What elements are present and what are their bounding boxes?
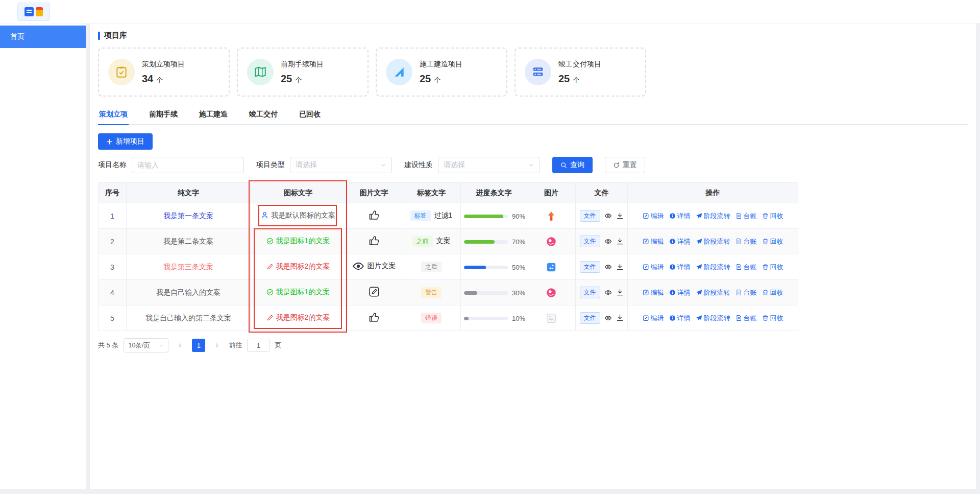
stat-label: 策划立项项目 [142, 60, 185, 69]
recycle-link[interactable]: 回收 [762, 314, 783, 323]
tab-construction[interactable]: 施工建造 [198, 106, 229, 124]
operations-cell: 编辑详情阶段流转台账回收 [628, 254, 798, 280]
image-text-cell [346, 229, 402, 254]
tag-badge: 之后 [421, 262, 442, 272]
recycle-link[interactable]: 回收 [762, 263, 783, 272]
stat-card-construction: 施工建造项目 25 个 [376, 48, 507, 97]
stage-transfer-link[interactable]: 阶段流转 [696, 237, 730, 246]
preview-eye-icon[interactable] [604, 212, 612, 220]
app-logo[interactable] [17, 3, 50, 21]
stat-label: 施工建造项目 [420, 60, 462, 69]
thumbs-up-icon [368, 234, 380, 247]
ledger-link[interactable]: 台账 [736, 211, 757, 221]
main-content: 项目库 策划立项项目 34 个 前 [90, 23, 976, 489]
page-title: 项目库 [98, 31, 968, 40]
edit-link[interactable]: 编辑 [643, 237, 664, 246]
file-button[interactable]: 文件 [580, 261, 600, 273]
tag-cell: 错误 [402, 305, 461, 331]
detail-link[interactable]: 详情 [669, 237, 691, 246]
edit-link[interactable]: 编辑 [643, 211, 664, 221]
tab-preliminary[interactable]: 前期手续 [148, 106, 179, 124]
preview-eye-icon[interactable] [604, 314, 612, 322]
download-icon[interactable] [616, 289, 624, 296]
project-name-input[interactable] [132, 157, 244, 173]
build-nature-select[interactable]: 请选择 [438, 157, 540, 173]
edit-link[interactable]: 编辑 [643, 314, 664, 323]
prev-page-button[interactable] [174, 339, 187, 352]
stage-transfer-link[interactable]: 阶段流转 [696, 263, 730, 272]
table-body: 1我是第一条文案我是默认图标的文案标签过滤190%文件编辑详情阶段流转台账回收2… [99, 203, 798, 331]
progress-label: 30% [512, 289, 525, 297]
tag-suffix-text: 过滤1 [434, 211, 453, 219]
stage-transfer-link[interactable]: 阶段流转 [696, 211, 730, 221]
project-type-select[interactable]: 请选择 [290, 157, 392, 173]
detail-link[interactable]: 详情 [669, 288, 691, 297]
download-icon[interactable] [616, 238, 624, 245]
stage-transfer-link[interactable]: 阶段流转 [696, 314, 730, 323]
tab-planning[interactable]: 策划立项 [98, 106, 129, 124]
plain-text-cell: 我是第三条文案 [127, 254, 251, 280]
detail-link[interactable]: 详情 [669, 263, 691, 272]
tag-badge: 警告 [421, 287, 442, 297]
index-cell: 5 [99, 305, 127, 331]
page-1-button[interactable]: 1 [192, 339, 205, 352]
sidebar-item-label: 首页 [10, 32, 24, 41]
recycle-link[interactable]: 回收 [762, 211, 783, 221]
recycle-link[interactable]: 回收 [762, 237, 783, 246]
edit-link[interactable]: 编辑 [643, 288, 664, 297]
stat-unit: 个 [573, 76, 579, 85]
tab-delivery[interactable]: 竣工交付 [248, 106, 279, 124]
arrow-up-image [546, 210, 557, 222]
detail-link[interactable]: 详情 [669, 211, 691, 221]
file-cell: 文件 [576, 305, 628, 331]
goto-page-input[interactable] [247, 339, 270, 352]
search-button[interactable]: 查询 [552, 157, 593, 173]
title-accent-bar [98, 32, 100, 40]
tag-cell: 之后 [402, 254, 461, 280]
index-cell: 4 [99, 280, 127, 305]
file-button[interactable]: 文件 [580, 287, 600, 298]
col-icon-text: 图标文字 [251, 183, 346, 203]
send-icon [696, 238, 702, 245]
next-page-button[interactable] [210, 339, 224, 352]
tab-recycled[interactable]: 已回收 [298, 106, 322, 124]
image-cell [527, 254, 576, 280]
file-button[interactable]: 文件 [580, 210, 600, 222]
progress-label: 70% [512, 238, 525, 246]
file-button[interactable]: 文件 [580, 236, 600, 247]
clipboard-check-icon [108, 59, 135, 85]
file-button[interactable]: 文件 [580, 312, 600, 324]
detail-link[interactable]: 详情 [669, 314, 691, 323]
preview-eye-icon[interactable] [604, 289, 612, 296]
page-size-select[interactable]: 10条/页 [124, 338, 168, 352]
recycle-link[interactable]: 回收 [762, 288, 783, 297]
file-cell: 文件 [576, 203, 628, 229]
sidebar-item-home[interactable]: 首页 [0, 26, 86, 48]
pagination: 共 5 条 10条/页 1 前往 页 [98, 338, 968, 352]
ledger-link[interactable]: 台账 [736, 288, 757, 297]
preview-eye-icon[interactable] [604, 238, 612, 245]
stage-transfer-link[interactable]: 阶段流转 [696, 288, 730, 297]
download-icon[interactable] [616, 314, 624, 322]
progress-label: 50% [512, 264, 525, 271]
add-project-button[interactable]: 新增项目 [98, 133, 153, 150]
edit-link[interactable]: 编辑 [643, 263, 664, 272]
icon-text-cell: 我是默认图标的文案 [251, 203, 346, 229]
download-icon[interactable] [616, 212, 624, 220]
ledger-link[interactable]: 台账 [736, 263, 757, 272]
download-icon[interactable] [616, 263, 624, 271]
ledger-link[interactable]: 台账 [736, 314, 757, 323]
index-cell: 2 [99, 229, 127, 254]
ledger-link[interactable]: 台账 [736, 237, 757, 246]
page-title-text: 项目库 [104, 31, 127, 40]
reset-button[interactable]: 重置 [605, 157, 645, 173]
info-circle-icon [669, 238, 676, 245]
edit-square-icon [643, 264, 649, 270]
chevron-down-icon [380, 162, 386, 168]
table-header-row: 序号 纯文字 图标文字 图片文字 标签文字 进度条文字 图片 文件 操作 [99, 183, 798, 203]
stat-card-delivery: 竣工交付项目 25 个 [514, 48, 646, 97]
preview-eye-icon[interactable] [604, 263, 612, 271]
table-row: 2我是第二条文案我是图标1的文案之前文案70%文件编辑详情阶段流转台账回收 [99, 229, 798, 254]
document-icon [736, 238, 742, 245]
index-cell: 3 [99, 254, 127, 280]
